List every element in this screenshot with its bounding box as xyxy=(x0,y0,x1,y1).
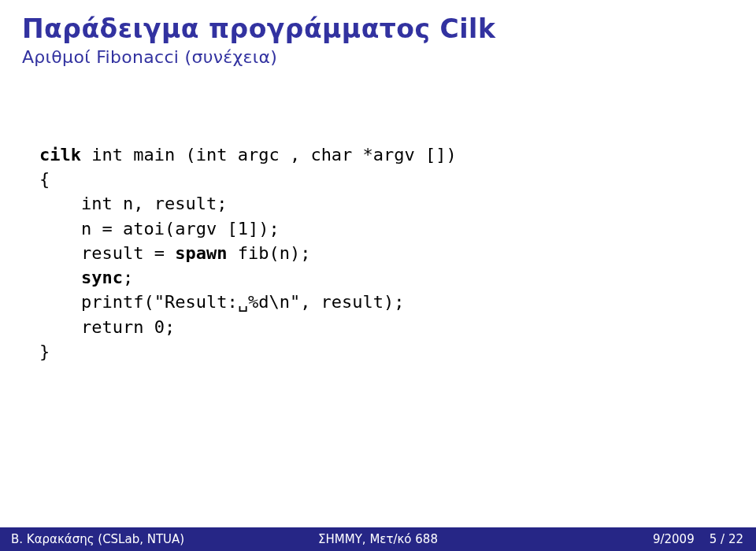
slide: Παράδειγμα προγράμματος Cilk Αριθμοί Fib… xyxy=(0,0,756,551)
code-block: cilk int main (int argc , char *argv [])… xyxy=(39,142,734,364)
footer-author: Β. Καρακάσης (CSLab, NTUA) xyxy=(11,532,184,546)
code-text: *argv []) xyxy=(352,145,456,165)
footer-course: ΣΗΜΜΥ, Μετ/κό 688 xyxy=(318,532,438,546)
code-text: n = atoi(argv [1]); xyxy=(39,219,280,239)
code-text: printf("Result:␣%d\n", result); xyxy=(39,292,405,312)
code-text: ; xyxy=(123,268,133,287)
code-text: main (int xyxy=(123,145,227,165)
code-text xyxy=(39,268,81,287)
code-text: argc , char xyxy=(227,145,352,165)
slide-title: Παράδειγμα προγράμματος Cilk xyxy=(22,14,734,44)
footer-right: 9/2009 5 / 22 xyxy=(653,532,743,546)
code-text: int xyxy=(81,145,123,165)
footer-date: 9/2009 xyxy=(653,532,695,546)
code-kw-cilk: cilk xyxy=(39,145,81,165)
code-text: int xyxy=(39,194,113,213)
code-text: { xyxy=(39,169,50,189)
code-text: n, result; xyxy=(113,194,228,213)
footer-bar: Β. Καρακάσης (CSLab, NTUA) ΣΗΜΜΥ, Μετ/κό… xyxy=(0,527,756,551)
code-text: fib(n); xyxy=(227,243,310,263)
footer-page: 5 / 22 xyxy=(710,532,743,546)
code-text: result = xyxy=(39,243,175,263)
code-text: } xyxy=(39,342,50,361)
code-kw-sync: sync xyxy=(81,268,123,287)
code-text: return xyxy=(39,317,143,337)
slide-subtitle: Αριθμοί Fibonacci (συνέχεια) xyxy=(22,47,734,67)
code-text: 0; xyxy=(143,317,175,337)
code-kw-spawn: spawn xyxy=(175,243,227,263)
